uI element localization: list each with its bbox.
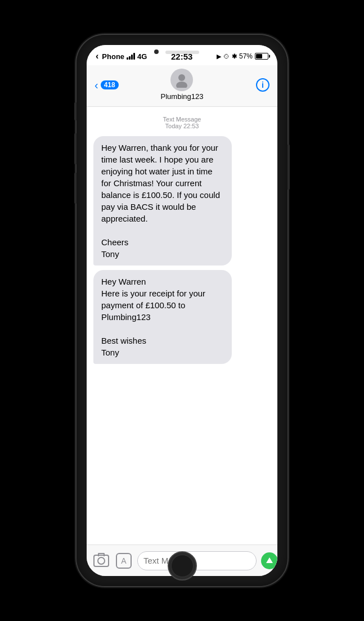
alarm-icon: ⏲ bbox=[223, 53, 230, 60]
camera-icon bbox=[93, 555, 109, 567]
svg-text:A: A bbox=[121, 556, 127, 565]
carrier-label: Phone bbox=[102, 52, 124, 61]
battery-percent-label: 57% bbox=[239, 52, 253, 60]
phone-frame: ‹ Phone 4G 22:53 ▶ ⏲ ✱ 57% bbox=[77, 35, 287, 586]
send-arrow-icon bbox=[266, 557, 273, 563]
volume-up-button[interactable] bbox=[74, 133, 77, 164]
apps-button[interactable]: A bbox=[115, 552, 133, 570]
message-timestamp: Text Message Today 22:53 bbox=[87, 116, 277, 129]
message-input[interactable] bbox=[143, 556, 250, 565]
phone-screen: ‹ Phone 4G 22:53 ▶ ⏲ ✱ 57% bbox=[87, 45, 277, 576]
apps-symbol-icon: A bbox=[119, 556, 128, 565]
battery-icon bbox=[255, 53, 268, 60]
unread-badge: 418 bbox=[101, 80, 119, 89]
message-bubble-1: Hey Warren, thank you for your time last… bbox=[93, 136, 232, 266]
front-camera bbox=[154, 50, 159, 54]
back-button[interactable]: ‹ 418 bbox=[95, 79, 128, 91]
contact-name-label: Plumbing123 bbox=[161, 92, 204, 101]
apps-icon: A bbox=[116, 553, 132, 569]
battery-fill bbox=[256, 54, 262, 58]
status-left: ‹ Phone 4G bbox=[96, 51, 147, 61]
messages-area: Text Message Today 22:53 Hey Warren, tha… bbox=[87, 107, 277, 544]
nav-header: ‹ 418 Plumbing123 i bbox=[87, 65, 277, 107]
contact-info[interactable]: Plumbing123 bbox=[161, 69, 204, 101]
timestamp-label: Text Message bbox=[87, 116, 277, 123]
location-icon: ▶ bbox=[217, 53, 221, 60]
mute-button[interactable] bbox=[74, 102, 77, 120]
volume-down-button[interactable] bbox=[74, 173, 77, 204]
signal-icon bbox=[127, 53, 135, 60]
message-input-container[interactable] bbox=[137, 551, 257, 570]
bluetooth-icon: ✱ bbox=[232, 53, 237, 60]
svg-point-1 bbox=[176, 82, 187, 88]
avatar-silhouette-icon bbox=[174, 72, 190, 88]
info-letter: i bbox=[262, 80, 264, 89]
home-button[interactable] bbox=[168, 551, 197, 580]
status-bar: ‹ Phone 4G 22:53 ▶ ⏲ ✱ 57% bbox=[87, 45, 277, 65]
speaker-grille bbox=[165, 51, 199, 54]
timestamp-time: Today 22:53 bbox=[87, 123, 277, 129]
power-button[interactable] bbox=[287, 145, 290, 190]
status-right: ▶ ⏲ ✱ 57% bbox=[217, 52, 268, 60]
svg-point-0 bbox=[178, 74, 185, 81]
back-chevron-icon: ‹ bbox=[95, 79, 98, 91]
message-row-2: Hey Warren Here is your receipt for your… bbox=[87, 269, 277, 365]
message-row-1: Hey Warren, thank you for your time last… bbox=[87, 135, 277, 267]
info-button[interactable]: i bbox=[236, 78, 269, 92]
back-chevron-icon: ‹ bbox=[96, 51, 98, 61]
avatar bbox=[170, 69, 193, 91]
home-button-inner bbox=[171, 555, 194, 577]
network-type-label: 4G bbox=[137, 52, 147, 61]
send-button[interactable] bbox=[261, 552, 277, 569]
info-icon: i bbox=[256, 78, 269, 92]
message-bubble-2: Hey Warren Here is your receipt for your… bbox=[93, 270, 232, 364]
camera-button[interactable] bbox=[92, 552, 110, 570]
